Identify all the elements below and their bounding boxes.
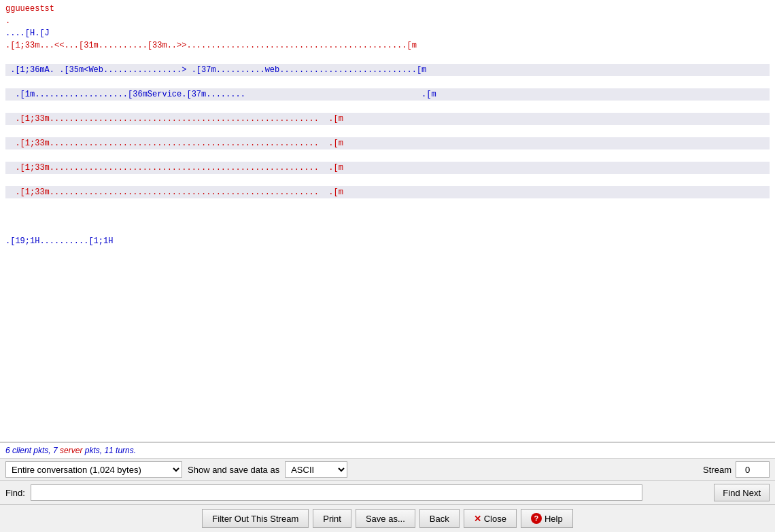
content-line <box>5 149 770 162</box>
close-label: Close <box>484 514 506 524</box>
help-button[interactable]: ? Help <box>521 509 573 528</box>
content-line: gguueestst <box>5 3 770 15</box>
stream-group: Stream <box>703 461 770 478</box>
conversation-dropdown[interactable]: Entire conversation (1,024 bytes) <box>5 461 182 478</box>
stream-label: Stream <box>703 465 731 475</box>
find-input[interactable] <box>31 484 642 501</box>
content-line <box>5 52 770 64</box>
back-button[interactable]: Back <box>419 509 460 528</box>
action-row: Filter Out This Stream Print Save as... … <box>0 505 775 532</box>
text-display[interactable]: gguueestst . ....[H.[J .[1;33m...<<...[3… <box>0 0 775 442</box>
content-line: .[1;33m.................................… <box>5 186 770 198</box>
find-row: Find: Find Next <box>0 481 775 505</box>
content-line: .[1;36mA. .[35m<Web................> .[3… <box>5 64 770 76</box>
help-icon: ? <box>531 513 542 524</box>
server-label: server <box>60 446 82 455</box>
content-line <box>5 125 770 137</box>
toolbar-row: Entire conversation (1,024 bytes) Show a… <box>0 459 775 481</box>
content-line <box>5 76 770 88</box>
close-button[interactable]: ✕ Close <box>464 509 517 528</box>
find-next-button[interactable]: Find Next <box>714 484 770 501</box>
status-bar: 6 client pkts, 7 server pkts, 11 turns. <box>0 442 775 459</box>
content-line <box>5 101 770 113</box>
filter-out-button[interactable]: Filter Out This Stream <box>202 509 309 528</box>
content-line <box>5 223 770 235</box>
content-line <box>5 174 770 186</box>
content-line <box>5 198 770 211</box>
encoding-dropdown[interactable]: ASCII EBCDIC Hex Dump C Arrays Raw <box>285 461 347 478</box>
help-label: Help <box>545 514 563 524</box>
status-text: 6 client pkts, 7 server pkts, 11 turns. <box>5 446 136 455</box>
save-as-button[interactable]: Save as... <box>356 509 415 528</box>
content-line: . <box>5 15 770 27</box>
print-button[interactable]: Print <box>313 509 351 528</box>
client-label: client <box>12 446 31 455</box>
content-line: .[1;33m.................................… <box>5 113 770 125</box>
find-label: Find: <box>5 488 25 498</box>
content-line: .[1;33m...<<...[31m..........[33m..>>...… <box>5 39 770 52</box>
content-area: gguueestst . ....[H.[J .[1;33m...<<...[3… <box>0 0 775 532</box>
content-line: ....[H.[J <box>5 27 770 39</box>
show-save-label: Show and save data as <box>188 465 279 475</box>
content-line: .[1;33m.................................… <box>5 162 770 174</box>
stream-input[interactable] <box>736 461 770 478</box>
content-line <box>5 211 770 223</box>
main-window: gguueestst . ....[H.[J .[1;33m...<<...[3… <box>0 0 775 532</box>
content-line: .[19;1H..........[1;1H <box>5 235 770 247</box>
close-x-icon: ✕ <box>474 514 481 524</box>
content-line: .[1m...................[36mService.[37m.… <box>5 88 770 101</box>
content-line: .[1;33m.................................… <box>5 137 770 149</box>
